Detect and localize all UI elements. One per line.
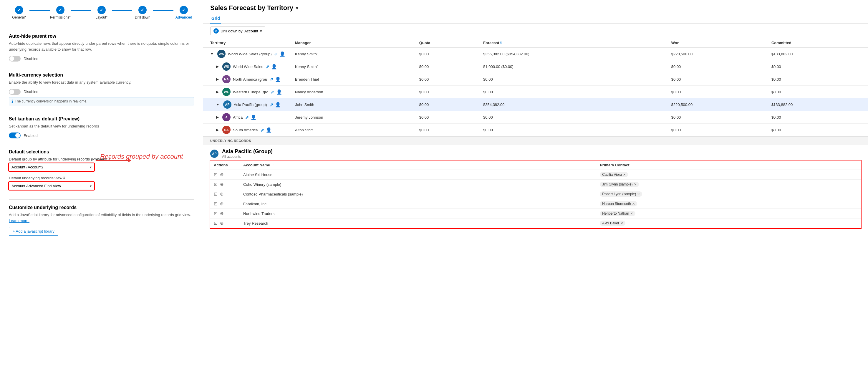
contact-remove-1[interactable]: ✕	[634, 183, 637, 186]
forecast-row-committed-6: $0.00	[768, 124, 868, 136]
drilldown-button[interactable]: ⊕ Drill down by: Account ▾	[210, 27, 265, 35]
kanban-toggle-knob	[15, 133, 20, 138]
underlying-header: UNDERLYING RECORDS	[203, 136, 868, 145]
share-icon-3[interactable]: ⇗	[271, 89, 274, 95]
forecast-chevron-icon[interactable]: ▾	[296, 5, 298, 11]
expand-btn-3[interactable]: ▶	[216, 90, 219, 94]
step-permissions[interactable]: ✓ Permissions*	[50, 6, 71, 20]
record-more-icon-1[interactable]: ⊕	[220, 182, 224, 187]
record-open-icon-3[interactable]: ⊡	[214, 201, 218, 206]
share-icon-6[interactable]: ⇗	[260, 127, 264, 133]
multicurrency-toggle-label: Disabled	[24, 90, 38, 94]
share-icon-1[interactable]: ⇗	[266, 64, 270, 69]
multicurrency-desc: Enable the ability to view forecast data…	[9, 80, 194, 85]
record-contact-1: Jim Glynn (sample) ✕	[596, 180, 861, 189]
drilldown-bar: ⊕ Drill down by: Account ▾	[203, 24, 868, 38]
multicurrency-toggle[interactable]	[9, 89, 21, 95]
forecast-table: Territory Manager Quota Forecast ℹ Won C…	[203, 38, 868, 136]
step-layout[interactable]: ✓ Layout*	[91, 6, 112, 20]
expand-btn-4[interactable]: ▼	[216, 102, 220, 106]
record-more-icon-3[interactable]: ⊕	[220, 201, 224, 206]
step-advanced[interactable]: ✓ Advanced	[174, 6, 194, 20]
territory-avatar-4: AP	[223, 100, 231, 109]
person-icon-1[interactable]: 👤	[271, 64, 277, 69]
person-icon-6[interactable]: 👤	[266, 127, 272, 133]
expand-btn-5[interactable]: ▶	[216, 115, 219, 119]
share-icon-5[interactable]: ⇗	[245, 115, 249, 120]
col-forecast: Forecast ℹ	[479, 38, 668, 48]
record-more-icon-0[interactable]: ⊕	[220, 172, 224, 177]
person-icon-4[interactable]: 👤	[275, 102, 281, 108]
forecast-row-forecast-5: $0.00	[479, 111, 668, 124]
record-open-icon-4[interactable]: ⊡	[214, 211, 218, 216]
share-icon-0[interactable]: ⇗	[274, 51, 278, 57]
kanban-desc: Set kanban as the default view for under…	[9, 123, 194, 129]
forecast-info-icon[interactable]: ℹ	[500, 41, 502, 45]
default-selections-section: Default selections Default group by attr…	[9, 144, 194, 200]
share-icon-4[interactable]: ⇗	[270, 102, 273, 108]
underlying-title: Asia Pacific (Group)	[222, 148, 273, 155]
forecast-row-forecast-4: $354,382.00	[479, 98, 668, 111]
drilldown-label: Drill down by: Account	[220, 29, 258, 33]
step-drilldown[interactable]: ✓ Drill down	[132, 6, 153, 20]
step-circle-permissions: ✓	[56, 6, 64, 14]
forecast-row-quota-2: $0.00	[416, 73, 479, 86]
record-open-icon-0[interactable]: ⊡	[214, 172, 218, 177]
underlying-subtitle: All accounts	[222, 155, 273, 159]
expand-btn-2[interactable]: ▶	[216, 77, 219, 81]
territory-name-0: World Wide Sales (group)	[228, 52, 272, 56]
step-label-general: General*	[12, 15, 26, 20]
record-account-5[interactable]: Trey Research	[240, 218, 596, 228]
contact-remove-4[interactable]: ✕	[630, 212, 633, 216]
group-by-select[interactable]: Account (Account) ▾	[9, 163, 94, 171]
forecast-row-manager-3: Nancy Anderson	[291, 86, 416, 98]
record-open-icon-5[interactable]: ⊡	[214, 220, 218, 226]
record-account-1[interactable]: Coho Winery (sample)	[240, 180, 596, 189]
forecast-row-won-5: $0.00	[668, 111, 768, 124]
record-account-4[interactable]: Northwind Traders	[240, 209, 596, 218]
record-contact-0: Cacilia Viera ✕	[596, 170, 861, 180]
tab-grid[interactable]: Grid	[210, 13, 221, 24]
view-select[interactable]: Account Advanced Find View ▾	[9, 182, 94, 190]
expand-btn-0[interactable]: ▼	[210, 52, 214, 56]
forecast-row-territory-0: ▼ WS World Wide Sales (group) ⇗ 👤	[203, 48, 291, 60]
add-javascript-button[interactable]: + Add a javascript library	[9, 227, 58, 236]
view-info-icon[interactable]: ℹ	[63, 175, 65, 180]
forecast-row-manager-4: John Smith	[291, 98, 416, 111]
contact-remove-5[interactable]: ✕	[620, 221, 623, 225]
share-icon-2[interactable]: ⇗	[270, 77, 273, 82]
step-line-2	[71, 10, 91, 11]
person-icon-5[interactable]: 👤	[251, 115, 256, 120]
multicurrency-note-text: The currency conversion happens in real-…	[15, 99, 88, 103]
learn-more-link[interactable]: Learn more.	[9, 218, 29, 223]
record-open-icon-1[interactable]: ⊡	[214, 182, 218, 187]
contact-remove-3[interactable]: ✕	[632, 202, 635, 206]
right-panel: Sales Forecast by Territory ▾ Grid ⊕ Dri…	[203, 0, 868, 366]
record-account-3[interactable]: Fabrikam, Inc.	[240, 199, 596, 209]
kanban-toggle[interactable]	[9, 132, 21, 139]
expand-btn-1[interactable]: ▶	[216, 64, 219, 69]
territory-avatar-0: WS	[217, 50, 225, 58]
autohide-toggle[interactable]	[9, 56, 21, 62]
col-account-name[interactable]: Account Name ↑	[240, 160, 596, 170]
forecast-title: Sales Forecast by Territory	[210, 4, 293, 12]
col-primary-contact: Primary Contact	[596, 160, 861, 170]
contact-remove-0[interactable]: ✕	[623, 173, 626, 177]
step-general[interactable]: ✓ General*	[9, 6, 29, 20]
record-more-icon-5[interactable]: ⊕	[220, 220, 224, 226]
person-icon-0[interactable]: 👤	[279, 51, 285, 57]
person-icon-3[interactable]: 👤	[276, 89, 282, 95]
record-account-2[interactable]: Contoso Pharmaceuticals (sample)	[240, 189, 596, 199]
forecast-row-territory-1: ▶ WS World Wide Sales ⇗ 👤	[203, 60, 291, 73]
expand-btn-6[interactable]: ▶	[216, 128, 219, 132]
step-line-1	[29, 10, 50, 11]
kanban-toggle-label: Enabled	[24, 133, 38, 138]
record-more-icon-4[interactable]: ⊕	[220, 211, 224, 216]
person-icon-2[interactable]: 👤	[275, 77, 281, 82]
territory-name-5: Africa	[233, 115, 243, 120]
record-more-icon-2[interactable]: ⊕	[220, 191, 224, 197]
record-open-icon-2[interactable]: ⊡	[214, 191, 218, 197]
kanban-title: Set kanban as default (Preview)	[9, 116, 194, 122]
contact-remove-2[interactable]: ✕	[637, 192, 640, 196]
record-account-0[interactable]: Alpine Ski House	[240, 170, 596, 180]
